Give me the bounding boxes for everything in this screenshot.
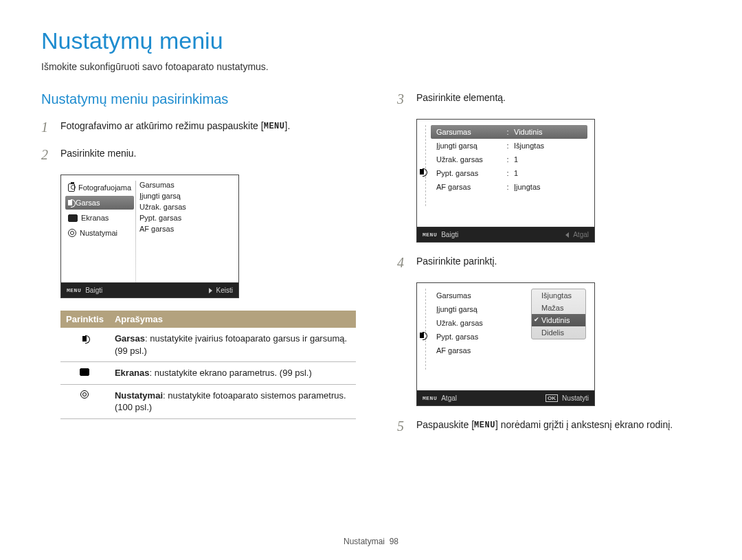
table-row: Ekranas: nustatykite ekrano parametrus. … (60, 362, 356, 385)
step-4: 4 Pasirinkite parinktį. (397, 255, 701, 270)
lcd-item-sound-selected: Garsas (65, 196, 134, 210)
step-1: 1 Fotografavimo ar atkūrimo režimu paspa… (41, 120, 356, 135)
arrow-left-icon (565, 232, 569, 238)
page-title: Nustatymų meniu (41, 27, 701, 54)
dropdown-item: Didelis (532, 326, 585, 339)
camera-icon (68, 183, 75, 192)
step-text: Fotografavimo ar atkūrimo režimu paspaus… (60, 120, 290, 133)
lcd-footer: MENUBaigti Keisti (61, 282, 238, 298)
table-row: Nustatymai: nustatykite fotoaparato sist… (60, 384, 356, 418)
menu-label: MENU (67, 287, 81, 293)
dropdown-item-selected: Vidutinis (532, 314, 585, 326)
table-header-desc: Aprašymas (109, 311, 356, 328)
right-column: 3 Pasirinkite elementą. Garsumas:Vidutin… (397, 91, 701, 446)
step-3: 3 Pasirinkite elementą. (397, 91, 701, 107)
lcd-item-camera: Fotografuojama (65, 181, 134, 194)
section-title: Nustatymų meniu pasirinkimas (41, 91, 356, 107)
step-number: 1 (41, 120, 54, 135)
menu-label: MENU (474, 421, 495, 430)
screen-icon (68, 214, 78, 222)
step-5: 5 Paspauskite [MENU] norėdami grįžti į a… (397, 418, 701, 434)
lcd-row: AF garsas:Įjungtas (431, 180, 590, 194)
step-text: Pasirinkite meniu. (60, 147, 137, 161)
lcd-item-display: Ekranas (65, 211, 134, 225)
lcd-row-selected: Garsumas:Vidutinis (431, 125, 587, 139)
speaker-icon (68, 200, 72, 205)
step-number: 5 (397, 418, 409, 434)
lcd-category-list: Fotografuojama Garsas Ekranas Nustatymai (65, 181, 134, 280)
lcd-item-settings: Nustatymai (65, 226, 134, 240)
step-text: Pasirinkite elementą. (416, 91, 506, 105)
lcd-row: Pypt. garsas:1 (431, 166, 590, 180)
menu-label: MENU (423, 395, 437, 401)
lcd-row: Įjungti garsą:Išjungtas (431, 139, 590, 153)
table-row: Garsas: nustatykite įvairius fotoaparato… (60, 328, 356, 362)
page-footer: Nustatymai 98 (0, 537, 742, 546)
table-header-option: Parinktis (60, 311, 109, 328)
speaker-icon (420, 169, 424, 175)
menu-label: MENU (423, 232, 437, 238)
left-column: Nustatymų meniu pasirinkimas 1 Fotografa… (41, 91, 356, 446)
options-table: Parinktis Aprašymas Garsas: nustatykite … (60, 311, 356, 419)
step-number: 2 (41, 147, 54, 162)
lcd-menu-select: Fotografuojama Garsas Ekranas Nustatymai… (60, 175, 239, 298)
lcd-submenu: Garsumas Įjungti garsą Užrak. garsas Pyp… (134, 181, 234, 280)
gear-icon (80, 390, 89, 399)
step-2: 2 Pasirinkite meniu. (41, 147, 356, 162)
lcd-row: Užrak. garsas:1 (431, 153, 590, 166)
dropdown-item: Išjungtas (532, 289, 585, 302)
step-number: 4 (397, 255, 409, 270)
dropdown-popup: Išjungtas Mažas Vidutinis Didelis (531, 289, 586, 339)
step-text: Paspauskite [MENU] norėdami grįžti į ank… (416, 418, 673, 432)
screen-icon (80, 368, 89, 376)
step-text: Pasirinkite parinktį. (416, 255, 497, 269)
lcd-row: AF garsas (431, 344, 590, 357)
page-subtitle: Išmokite sukonfigūruoti savo fotoaparato… (41, 61, 701, 72)
lcd-footer: MENUAtgal OKNustatyti (417, 390, 594, 405)
speaker-icon (82, 336, 87, 341)
speaker-icon (420, 333, 424, 338)
step-number: 3 (397, 91, 409, 107)
gear-icon (68, 229, 76, 237)
lcd-element-select: Garsumas:Vidutinis Įjungti garsą:Išjungt… (416, 119, 595, 243)
ok-label: OK (546, 394, 558, 402)
lcd-footer: MENUBaigti Atgal (417, 227, 594, 242)
menu-label: MENU (264, 122, 285, 131)
lcd-option-select: Garsumas Įjungti garsą Užrak. garsas Pyp… (416, 282, 595, 406)
arrow-right-icon (209, 288, 212, 293)
dropdown-item: Mažas (532, 302, 585, 314)
